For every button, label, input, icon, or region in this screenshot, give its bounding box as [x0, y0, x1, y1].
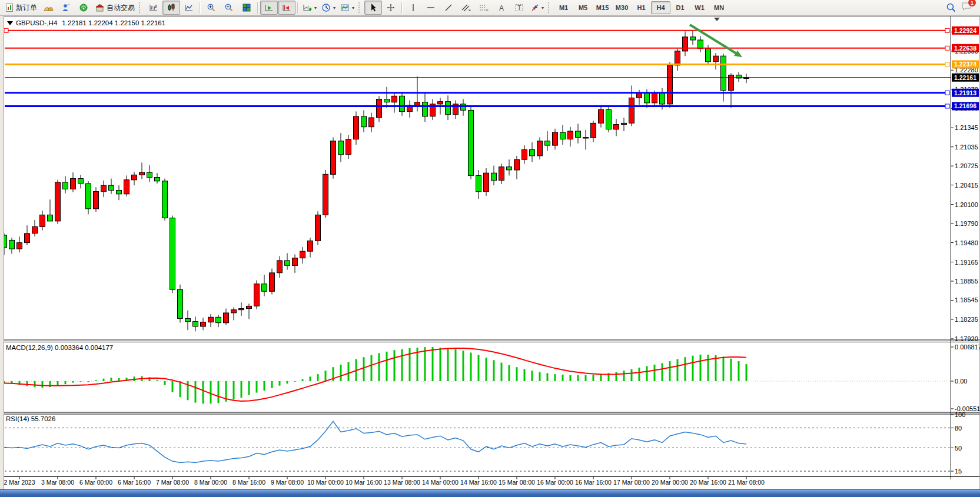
- chart-area[interactable]: 1.229001.225901.222801.219701.216601.213…: [0, 16, 980, 489]
- hline-handle[interactable]: [945, 104, 949, 108]
- candle: [139, 162, 145, 179]
- fibonacci-tool-button[interactable]: F: [475, 1, 493, 15]
- date-label[interactable]: 16 Mar 00:00: [537, 479, 573, 486]
- tf-M5[interactable]: M5: [573, 1, 593, 14]
- profile-button[interactable]: [57, 1, 75, 15]
- bar-chart-button[interactable]: [145, 1, 162, 15]
- date-label[interactable]: 2 Mar 2023: [4, 479, 35, 486]
- template-icon: [340, 3, 350, 12]
- macd-bar: [325, 371, 327, 381]
- tile-windows-button[interactable]: [238, 1, 255, 15]
- tf-H4[interactable]: H4: [651, 1, 670, 14]
- candle: [132, 172, 137, 185]
- price-tick-label: 1.19165: [955, 259, 978, 266]
- date-label[interactable]: 14 Mar 16:00: [460, 479, 497, 486]
- date-label[interactable]: 8 Mar 16:00: [232, 479, 265, 486]
- date-label[interactable]: 20 Mar 00:00: [652, 479, 688, 486]
- candle: [599, 106, 604, 128]
- tf-M15[interactable]: M15: [593, 1, 612, 14]
- candle: [86, 181, 91, 215]
- macd-bar: [271, 381, 273, 388]
- notification-badge: 1: [968, 0, 976, 7]
- hline-handle[interactable]: [945, 28, 949, 32]
- tf-MN[interactable]: MN: [709, 1, 729, 14]
- symbol-dropdown-icon[interactable]: [7, 21, 13, 25]
- date-label[interactable]: 6 Mar 16:00: [118, 479, 151, 486]
- hline-handle[interactable]: [945, 62, 949, 66]
- arrows-tool-button[interactable]: ▾: [528, 1, 546, 15]
- macd-bar: [95, 380, 97, 381]
- auto-scroll-button[interactable]: [260, 1, 278, 15]
- periods-button[interactable]: ▾: [319, 1, 338, 15]
- search-icon[interactable]: [946, 2, 956, 13]
- date-label[interactable]: 20 Mar 16:00: [690, 479, 726, 486]
- date-label[interactable]: 16 Mar 16:00: [575, 479, 612, 486]
- macd-bar: [287, 381, 288, 383]
- candle: [208, 314, 214, 327]
- candle: [231, 308, 237, 321]
- tf-M30[interactable]: M30: [612, 1, 632, 14]
- text-tool-button[interactable]: A: [493, 1, 510, 15]
- macd-bar: [164, 381, 166, 385]
- zoom-out-button[interactable]: [220, 1, 238, 15]
- crosshair-button[interactable]: [382, 1, 400, 15]
- hline-handle[interactable]: [945, 91, 949, 95]
- chart-shift-marker[interactable]: [714, 18, 720, 21]
- chart-title: GBPUSD-,H41.22181 1.22204 1.22150 1.2216…: [16, 19, 165, 26]
- label-tool-button[interactable]: T: [510, 1, 528, 15]
- date-label[interactable]: 10 Mar 16:00: [346, 479, 382, 486]
- date-label[interactable]: 10 Mar 00:00: [307, 479, 344, 486]
- date-label[interactable]: 13 Mar 08:00: [384, 479, 420, 486]
- trend-arrow[interactable]: [690, 25, 739, 55]
- date-label[interactable]: 21 Mar 08:00: [728, 479, 765, 486]
- date-label[interactable]: 7 Mar 08:00: [156, 479, 189, 486]
- date-label[interactable]: 8 Mar 00:00: [194, 479, 227, 486]
- hline-handle[interactable]: [945, 46, 949, 50]
- cursor-button[interactable]: [364, 1, 382, 15]
- rsi-line: [4, 421, 746, 462]
- date-label[interactable]: 15 Mar 08:00: [499, 479, 535, 486]
- date-label[interactable]: 14 Mar 00:00: [422, 479, 459, 486]
- vline-tool-button[interactable]: [404, 1, 422, 15]
- notifications-button[interactable]: 1: [961, 1, 973, 14]
- candle-chart-button[interactable]: [162, 1, 180, 15]
- gold-ingot-icon: [44, 3, 54, 12]
- tf-W1[interactable]: W1: [690, 1, 709, 14]
- candle: [185, 311, 191, 331]
- date-label[interactable]: 9 Mar 08:00: [271, 479, 304, 486]
- macd-bar: [646, 366, 648, 382]
- new-order-button[interactable]: 新订单: [2, 1, 39, 15]
- macd-bar: [26, 381, 28, 386]
- candle: [560, 125, 566, 145]
- templates-button[interactable]: ▾: [338, 1, 357, 15]
- fibonacci-icon: F: [479, 3, 489, 12]
- date-label[interactable]: 3 Mar 08:00: [41, 479, 74, 486]
- macd-bar: [685, 357, 686, 381]
- market-watch-button[interactable]: [39, 1, 57, 15]
- tf-D1[interactable]: D1: [670, 1, 690, 14]
- zoom-in-button[interactable]: [202, 1, 220, 15]
- date-label[interactable]: 17 Mar 08:00: [613, 479, 650, 486]
- macd-bar: [600, 374, 602, 381]
- hline-handle[interactable]: [4, 28, 8, 32]
- date-label[interactable]: 6 Mar 00:00: [79, 479, 112, 486]
- indicators-button[interactable]: ▾: [300, 1, 319, 15]
- candle: [162, 179, 168, 221]
- autotrade-button[interactable]: 自动交易: [92, 1, 137, 15]
- macd-bar: [478, 355, 480, 381]
- candle: [522, 145, 527, 164]
- channel-tool-button[interactable]: E: [457, 1, 475, 15]
- chart-shift-button[interactable]: [278, 1, 295, 15]
- hline-tool-button[interactable]: [422, 1, 440, 15]
- autotrade-label: 自动交易: [107, 3, 135, 13]
- tf-M1[interactable]: M1: [554, 1, 573, 14]
- line-chart-icon: [184, 3, 194, 12]
- macd-bar: [363, 357, 365, 381]
- trendline-tool-button[interactable]: [440, 1, 457, 15]
- candle: [614, 119, 619, 136]
- macd-bar: [455, 349, 457, 382]
- tf-H1[interactable]: H1: [632, 1, 651, 14]
- line-chart-button[interactable]: [180, 1, 198, 15]
- macd-bar: [310, 376, 311, 381]
- signals-button[interactable]: [75, 1, 92, 15]
